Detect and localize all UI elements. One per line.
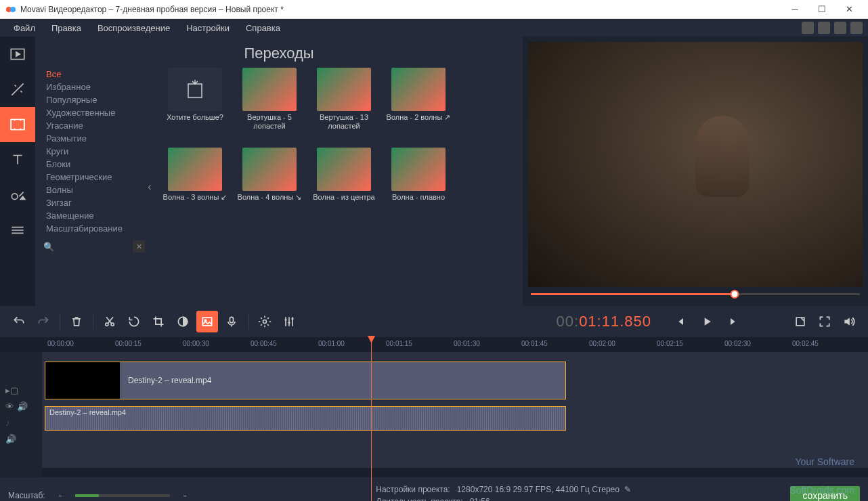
category-fade[interactable]: Угасание xyxy=(43,119,145,132)
track-area[interactable]: Destiny-2 – reveal.mp4 Destiny-2 – revea… xyxy=(42,352,868,477)
search-icon[interactable]: 🔍 xyxy=(43,242,54,252)
category-blocks[interactable]: Блоки xyxy=(43,158,145,171)
equalizer-button[interactable] xyxy=(278,311,300,332)
category-list: Все Избранное Популярные Художественные … xyxy=(43,68,145,306)
redo-button[interactable] xyxy=(32,311,54,332)
delete-button[interactable] xyxy=(66,311,87,332)
cut-button[interactable] xyxy=(99,311,121,332)
category-all[interactable]: Все xyxy=(43,68,145,81)
rotate-button[interactable] xyxy=(123,311,145,332)
svg-rect-11 xyxy=(230,317,234,322)
svg-point-7 xyxy=(111,323,114,326)
prev-button[interactable] xyxy=(668,309,692,334)
category-circles[interactable]: Круги xyxy=(43,145,145,158)
zoom-in-icon[interactable]: ▫ xyxy=(183,491,186,500)
edit-settings-icon[interactable]: ✎ xyxy=(624,485,631,494)
category-popular[interactable]: Популярные xyxy=(43,93,145,106)
menu-settings[interactable]: Настройки xyxy=(178,21,238,35)
tool-titles[interactable] xyxy=(0,142,35,177)
category-favorites[interactable]: Избранное xyxy=(43,81,145,93)
timeline-ruler[interactable]: 00:00:00 00:00:15 00:00:30 00:00:45 00:0… xyxy=(0,337,868,352)
audio-track-icon[interactable]: 🔊 xyxy=(5,433,42,446)
visibility-icon[interactable]: 👁 🔊 xyxy=(5,400,42,414)
transition-wave4[interactable]: Волна - 4 волны ↘ xyxy=(236,148,303,222)
color-button[interactable] xyxy=(172,311,194,332)
share-icon[interactable] xyxy=(850,22,863,34)
category-replace[interactable]: Замещение xyxy=(43,209,145,222)
video-track-icon[interactable]: ▸▢ xyxy=(5,384,42,397)
zoom-slider[interactable] xyxy=(75,494,170,497)
statusbar: Масштаб: ▫ ▫ Настройки проекта: 1280x720… xyxy=(0,477,868,501)
search-clear[interactable]: ✕ xyxy=(133,240,145,253)
tool-media[interactable] xyxy=(0,37,35,72)
category-blur[interactable]: Размытие xyxy=(43,132,145,145)
svg-rect-5 xyxy=(188,84,202,97)
undo-button[interactable] xyxy=(8,311,30,332)
transition-pinwheel5[interactable]: Вертушка - 5 лопастей xyxy=(236,68,303,142)
timeline-scrollbar[interactable] xyxy=(42,468,868,477)
music-track-icon[interactable]: ♪ xyxy=(5,416,42,430)
ok-icon[interactable] xyxy=(818,22,830,34)
youtube-icon[interactable] xyxy=(802,22,814,34)
vk-icon[interactable] xyxy=(834,22,846,34)
tool-rail xyxy=(0,37,35,306)
transitions-panel: Переходы Все Избранное Популярные Художе… xyxy=(35,37,523,306)
transition-wave-smooth[interactable]: Волна - плавно xyxy=(385,148,452,222)
next-button[interactable] xyxy=(722,309,746,334)
transition-grid: Хотите больше? Вертушка - 5 лопастей Вер… xyxy=(154,68,515,306)
crop-button[interactable] xyxy=(148,311,169,332)
window-titlebar: Movavi Видеоредактор – 7-дневная пробная… xyxy=(0,0,868,19)
settings-button[interactable] xyxy=(254,311,276,332)
clip-thumbnail xyxy=(45,362,120,399)
svg-rect-9 xyxy=(202,318,211,326)
transition-wave3[interactable]: Волна - 3 волны ↙ xyxy=(161,148,229,222)
mic-button[interactable] xyxy=(221,311,242,332)
menu-edit[interactable]: Правка xyxy=(43,21,89,35)
timecode: 00:01:11.850 xyxy=(557,313,651,331)
transition-pinwheel13[interactable]: Вертушка - 13 лопастей xyxy=(310,68,378,142)
category-geometric[interactable]: Геометрические xyxy=(43,171,145,183)
category-zoom[interactable]: Масштабирование xyxy=(43,222,145,235)
svg-rect-13 xyxy=(796,318,804,326)
tool-stickers[interactable] xyxy=(0,177,35,213)
window-title: Movavi Видеоредактор – 7-дневная пробная… xyxy=(20,5,781,14)
zoom-label: Масштаб: xyxy=(8,491,45,500)
category-artistic[interactable]: Художественные xyxy=(43,106,145,119)
audio-clip[interactable]: Destiny-2 – reveal.mp4 xyxy=(45,406,566,431)
preview-pane xyxy=(523,37,868,306)
svg-point-6 xyxy=(106,323,108,326)
timeline-tracks: ▸▢ 👁 🔊 ♪ 🔊 Destiny-2 – reveal.mp4 Destin… xyxy=(0,352,868,477)
transition-wave2[interactable]: Волна - 2 волны ↗ xyxy=(385,68,452,142)
window-minimize[interactable]: ─ xyxy=(781,1,808,18)
seek-bar[interactable] xyxy=(528,287,863,301)
volume-button[interactable] xyxy=(838,311,860,332)
fullscreen-button[interactable] xyxy=(814,311,836,332)
window-close[interactable]: ✕ xyxy=(836,1,863,18)
tool-more[interactable] xyxy=(0,213,35,248)
detach-button[interactable] xyxy=(789,311,811,332)
menubar: Файл Правка Воспроизведение Настройки Сп… xyxy=(0,19,868,37)
window-maximize[interactable]: ☐ xyxy=(808,1,836,18)
toolbar: 00:01:11.850 xyxy=(0,306,868,337)
save-button[interactable]: сохранить xyxy=(790,486,860,501)
app-icon xyxy=(5,4,16,15)
transition-more[interactable]: Хотите больше? xyxy=(161,68,229,142)
svg-point-1 xyxy=(10,7,16,12)
play-button[interactable] xyxy=(695,309,719,334)
image-button[interactable] xyxy=(196,311,218,332)
zoom-out-icon[interactable]: ▫ xyxy=(59,491,62,500)
menu-playback[interactable]: Воспроизведение xyxy=(89,21,178,35)
playhead[interactable] xyxy=(371,337,372,501)
category-zigzag[interactable]: Зигзаг xyxy=(43,196,145,209)
menu-help[interactable]: Справка xyxy=(238,21,288,35)
category-waves[interactable]: Волны xyxy=(43,183,145,196)
svg-point-12 xyxy=(263,320,267,324)
tool-filters[interactable] xyxy=(0,72,35,107)
tool-transitions[interactable] xyxy=(0,107,35,142)
menu-file[interactable]: Файл xyxy=(5,21,43,35)
preview-video[interactable] xyxy=(528,42,863,287)
video-clip[interactable]: Destiny-2 – reveal.mp4 xyxy=(45,362,566,399)
transition-wave-center[interactable]: Волна - из центра xyxy=(310,148,378,222)
svg-point-4 xyxy=(12,194,18,200)
collapse-handle[interactable]: ‹ xyxy=(145,68,154,306)
